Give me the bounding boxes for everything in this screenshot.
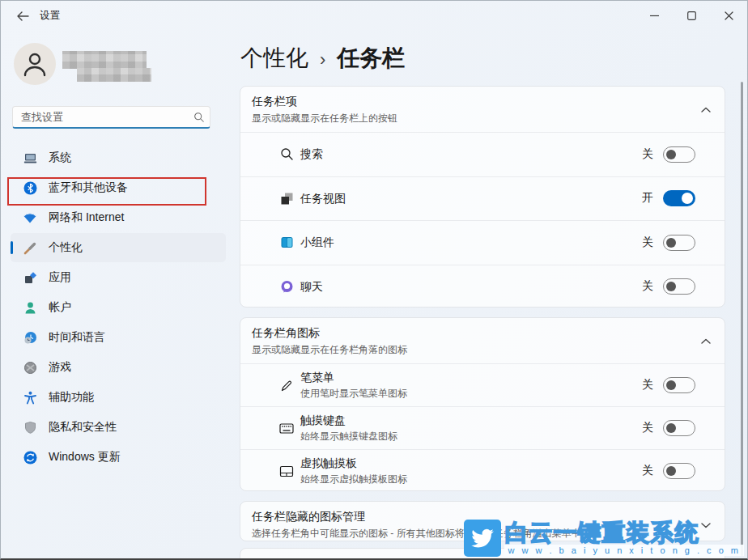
toggle-state-label: 关 bbox=[642, 147, 653, 162]
search-icon bbox=[279, 147, 294, 162]
breadcrumb-parent[interactable]: 个性化 bbox=[240, 43, 308, 74]
section-title: 任务栏角图标 bbox=[252, 326, 692, 341]
watermark-text: 白云一键重装系统 bbox=[504, 520, 744, 545]
minimize-button[interactable] bbox=[635, 1, 673, 30]
setting-row-chat: 聊天 关 bbox=[240, 265, 725, 308]
system-icon bbox=[23, 151, 37, 165]
sidebar-item-network[interactable]: 网络和 Internet bbox=[11, 203, 226, 232]
widgets-icon bbox=[279, 235, 294, 250]
sidebar-item-label: 时间和语言 bbox=[49, 330, 105, 345]
toggle-state-label: 开 bbox=[642, 191, 653, 206]
card-taskbar-items: 任务栏项 显示或隐藏显示在任务栏上的按钮 搜索 关 任务视图 开 小组件 bbox=[240, 86, 725, 308]
sidebar-item-windows-update[interactable]: Windows 更新 bbox=[11, 443, 226, 472]
maximize-icon bbox=[687, 11, 696, 20]
main-content: 个性化 › 任务栏 任务栏项 显示或隐藏显示在任务栏上的按钮 搜索 关 任务视图 bbox=[240, 30, 725, 560]
sidebar-item-apps[interactable]: 应用 bbox=[11, 263, 226, 292]
touchpad-icon bbox=[279, 464, 294, 478]
watermark-bird-icon bbox=[464, 520, 501, 557]
setting-row-widgets: 小组件 关 bbox=[240, 220, 725, 265]
expander-header-taskbar-items[interactable]: 任务栏项 显示或隐藏显示在任务栏上的按钮 bbox=[240, 87, 725, 132]
maximize-button[interactable] bbox=[673, 1, 710, 30]
watermark: 白云一键重装系统 w w w . b a i y u n x i t o n g… bbox=[464, 520, 744, 557]
settings-window: 设置 系统 bbox=[0, 0, 748, 560]
sidebar-item-label: 帐户 bbox=[49, 300, 71, 315]
time-language-icon bbox=[23, 330, 37, 345]
chevron-up-icon[interactable] bbox=[695, 331, 716, 352]
toggle-state-label: 关 bbox=[642, 421, 653, 435]
virtual-touchpad-toggle[interactable] bbox=[663, 463, 695, 479]
sidebar-item-bluetooth[interactable]: 蓝牙和其他设备 bbox=[11, 173, 226, 202]
user-name-obscured bbox=[62, 51, 147, 69]
sidebar-item-label: Windows 更新 bbox=[49, 450, 121, 465]
accounts-icon bbox=[23, 300, 37, 315]
network-icon bbox=[23, 210, 37, 225]
apps-icon bbox=[23, 270, 37, 285]
expander-header-corner-icons[interactable]: 任务栏角图标 显示或隐藏显示在任务栏角落的图标 bbox=[240, 318, 725, 363]
sidebar-item-personalization[interactable]: 个性化 bbox=[11, 233, 226, 262]
setting-label: 聊天 bbox=[300, 280, 323, 293]
sidebar-item-label: 应用 bbox=[49, 270, 71, 285]
privacy-icon bbox=[23, 420, 37, 435]
sidebar-item-label: 辅助功能 bbox=[49, 390, 94, 405]
user-name-obscured bbox=[77, 68, 151, 82]
setting-label: 触摸键盘 bbox=[300, 414, 642, 428]
widgets-toggle[interactable] bbox=[663, 235, 695, 251]
setting-row-pen-menu: 笔菜单 使用笔时显示笔菜单图标 关 bbox=[240, 363, 725, 406]
gaming-icon bbox=[23, 360, 37, 375]
pen-menu-toggle[interactable] bbox=[663, 377, 695, 393]
setting-label: 小组件 bbox=[300, 235, 334, 248]
avatar[interactable] bbox=[14, 43, 56, 85]
back-arrow-icon bbox=[16, 11, 29, 21]
touch-keyboard-icon bbox=[279, 421, 294, 435]
sidebar-item-time-language[interactable]: 时间和语言 bbox=[11, 323, 226, 352]
search-input[interactable] bbox=[13, 111, 189, 123]
sidebar-item-label: 个性化 bbox=[49, 240, 83, 255]
sidebar-item-label: 系统 bbox=[49, 151, 71, 165]
sidebar-item-label: 游戏 bbox=[49, 360, 71, 375]
setting-label: 笔菜单 bbox=[300, 371, 642, 385]
sidebar-item-label: 网络和 Internet bbox=[49, 210, 124, 225]
chat-toggle[interactable] bbox=[663, 278, 695, 295]
breadcrumb-separator: › bbox=[320, 49, 325, 70]
window-title: 设置 bbox=[40, 1, 60, 30]
search-toggle[interactable] bbox=[663, 146, 695, 163]
person-icon bbox=[23, 51, 47, 77]
close-button[interactable] bbox=[710, 1, 747, 30]
task-view-toggle[interactable] bbox=[663, 190, 695, 206]
sidebar-item-system[interactable]: 系统 bbox=[11, 143, 226, 172]
sidebar: 系统 蓝牙和其他设备 网络和 Internet 个性化 应用 帐户 bbox=[1, 30, 236, 560]
pen-icon bbox=[279, 378, 294, 392]
back-button[interactable] bbox=[11, 6, 35, 26]
sidebar-item-accounts[interactable]: 帐户 bbox=[11, 293, 226, 322]
title-bar: 设置 bbox=[1, 1, 747, 30]
watermark-url: w w w . b a i y u n x i t o n g . c o m bbox=[504, 545, 744, 556]
section-title: 任务栏项 bbox=[252, 95, 692, 109]
bluetooth-icon bbox=[23, 180, 37, 195]
touch-keyboard-toggle[interactable] bbox=[663, 420, 695, 436]
setting-row-touch-keyboard: 触摸键盘 始终显示触摸键盘图标 关 bbox=[240, 406, 725, 449]
breadcrumb: 个性化 › 任务栏 bbox=[240, 43, 405, 74]
chevron-up-icon[interactable] bbox=[695, 100, 716, 121]
personalization-icon bbox=[23, 240, 37, 255]
settings-search[interactable] bbox=[12, 106, 210, 129]
chat-icon bbox=[279, 279, 294, 294]
search-icon bbox=[189, 112, 210, 123]
toggle-state-label: 关 bbox=[642, 464, 653, 478]
close-icon bbox=[725, 11, 733, 20]
toggle-state-label: 关 bbox=[642, 235, 653, 250]
vertical-scrollbar[interactable] bbox=[741, 82, 743, 556]
section-subtitle: 显示或隐藏显示在任务栏上的按钮 bbox=[252, 112, 692, 125]
setting-label: 任务视图 bbox=[300, 192, 346, 205]
sidebar-item-gaming[interactable]: 游戏 bbox=[11, 353, 226, 382]
sidebar-item-accessibility[interactable]: 辅助功能 bbox=[11, 383, 226, 412]
setting-row-task-view: 任务视图 开 bbox=[240, 176, 725, 221]
sidebar-item-label: 蓝牙和其他设备 bbox=[49, 180, 128, 195]
sidebar-item-label: 隐私和安全性 bbox=[49, 420, 117, 435]
setting-sublabel: 始终显示触摸键盘图标 bbox=[300, 430, 642, 443]
toggle-state-label: 关 bbox=[642, 279, 653, 294]
task-view-icon bbox=[279, 191, 294, 206]
windows-update-icon bbox=[23, 450, 37, 465]
sidebar-item-privacy[interactable]: 隐私和安全性 bbox=[11, 413, 226, 442]
section-subtitle: 显示或隐藏显示在任务栏角落的图标 bbox=[252, 343, 692, 357]
setting-row-virtual-touchpad: 虚拟触摸板 始终显示虚拟触摸板图标 关 bbox=[240, 449, 725, 491]
